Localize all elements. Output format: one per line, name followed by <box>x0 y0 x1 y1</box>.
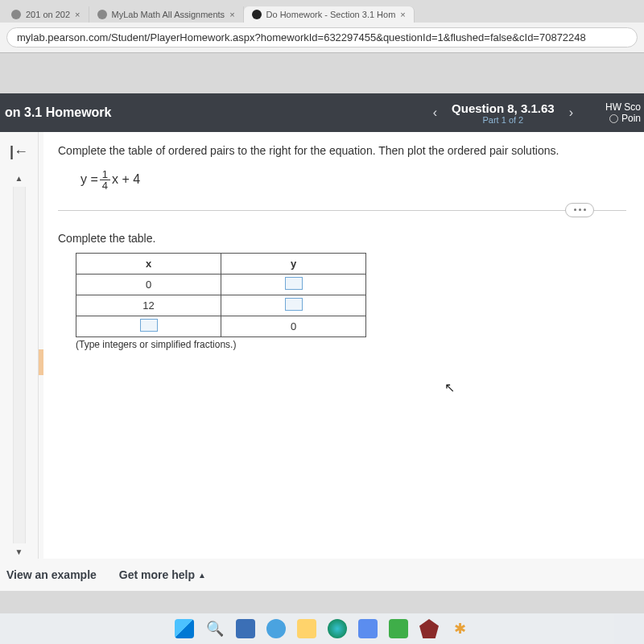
x-cell: 12 <box>76 295 221 316</box>
favicon-icon <box>11 10 21 19</box>
table-row: 0 <box>76 316 366 336</box>
address-row: mylab.pearson.com/Student/PlayerHomework… <box>0 23 644 52</box>
scroll-up-arrow[interactable]: ▲ <box>13 171 26 185</box>
close-icon[interactable]: × <box>229 10 234 19</box>
question-number: Question 8, 3.1.63 <box>452 101 555 115</box>
equation-suffix: x + 4 <box>112 172 140 187</box>
col-y-header: y <box>221 253 366 274</box>
points-label: Poin <box>621 113 641 124</box>
get-help-label: Get more help <box>119 568 195 581</box>
search-icon[interactable]: 🔍 <box>205 619 225 638</box>
hw-score-label: HW Sco <box>605 101 641 113</box>
score-block: HW Sco Poin <box>605 101 644 124</box>
x-cell: 0 <box>76 274 221 295</box>
equation-prefix: y = <box>80 172 98 187</box>
question-part: Part 1 of 2 <box>452 115 555 125</box>
close-icon[interactable]: × <box>400 10 405 19</box>
mouse-cursor-icon: ↖ <box>444 380 455 395</box>
answer-input[interactable] <box>285 277 303 290</box>
windows-taskbar: 🔍 ✱ <box>0 613 644 644</box>
more-options-button[interactable] <box>565 203 594 217</box>
app-icon[interactable]: ✱ <box>450 619 469 638</box>
close-icon[interactable]: × <box>75 10 80 19</box>
input-hint: (Type integers or simplified fractions.) <box>76 339 626 350</box>
answer-input[interactable] <box>285 298 303 311</box>
x-cell <box>76 316 221 336</box>
browser-chrome: 201 on 202 × MyLab Math All Assignments … <box>0 0 644 53</box>
app-icon[interactable] <box>419 619 439 638</box>
next-question-button[interactable]: › <box>569 105 573 120</box>
edge-browser-icon[interactable] <box>328 619 347 638</box>
task-view-icon[interactable] <box>236 619 255 638</box>
y-cell <box>221 274 366 295</box>
caret-up-icon: ▲ <box>198 571 206 580</box>
fraction: 1 4 <box>100 169 110 191</box>
points-radio-icon <box>609 114 618 123</box>
equation: y = 1 4 x + 4 <box>80 169 626 191</box>
prev-question-button[interactable]: ‹ <box>433 105 437 120</box>
assignment-header: on 3.1 Homework ‹ Question 8, 3.1.63 Par… <box>0 93 644 132</box>
help-footer: View an example Get more help ▲ <box>0 559 644 591</box>
table-row: 0 <box>76 274 366 295</box>
collapse-button[interactable]: |← <box>10 132 28 171</box>
col-x-header: x <box>76 253 221 274</box>
favicon-icon <box>97 10 107 19</box>
work-area: |← ▲ ▼ Complete the table of ordered pai… <box>0 132 644 559</box>
scroll-down-arrow[interactable]: ▼ <box>13 545 26 559</box>
y-cell: 0 <box>221 316 366 336</box>
favicon-icon <box>252 10 262 19</box>
fraction-numerator: 1 <box>100 169 110 180</box>
table-label: Complete the table. <box>58 232 626 245</box>
left-rail: |← ▲ ▼ <box>0 132 39 559</box>
tab-label: MyLab Math All Assignments <box>112 10 225 19</box>
store-icon[interactable] <box>358 619 378 638</box>
view-example-link[interactable]: View an example <box>6 568 97 581</box>
y-cell <box>221 295 366 316</box>
app-icon[interactable] <box>389 619 408 638</box>
table-row: 12 <box>76 295 366 316</box>
assignment-title: on 3.1 Homework <box>0 105 111 120</box>
tab-label: 201 on 202 <box>26 10 70 19</box>
question-nav: ‹ Question 8, 3.1.63 Part 1 of 2 › <box>433 101 573 125</box>
address-bar[interactable]: mylab.pearson.com/Student/PlayerHomework… <box>6 27 638 47</box>
file-explorer-icon[interactable] <box>297 619 316 638</box>
instruction-text: Complete the table of ordered pairs to t… <box>58 143 626 159</box>
browser-tab-active[interactable]: Do Homework - Section 3.1 Hom × <box>244 6 415 23</box>
answer-input[interactable] <box>140 319 158 332</box>
chat-icon[interactable] <box>266 619 286 638</box>
fraction-denominator: 4 <box>100 180 110 191</box>
question-content: Complete the table of ordered pairs to t… <box>43 132 644 559</box>
get-more-help-link[interactable]: Get more help ▲ <box>119 568 206 581</box>
start-button[interactable] <box>175 619 194 638</box>
tab-strip: 201 on 202 × MyLab Math All Assignments … <box>0 0 644 23</box>
divider <box>58 210 626 211</box>
question-indicator: Question 8, 3.1.63 Part 1 of 2 <box>452 101 555 125</box>
browser-tab[interactable]: MyLab Math All Assignments × <box>89 6 244 23</box>
ordered-pairs-table: x y 0 12 0 <box>76 253 366 337</box>
scrollbar-track[interactable] <box>13 187 26 543</box>
table-header-row: x y <box>76 253 366 274</box>
tab-label: Do Homework - Section 3.1 Hom <box>266 10 396 19</box>
browser-tab[interactable]: 201 on 202 × <box>3 6 89 23</box>
